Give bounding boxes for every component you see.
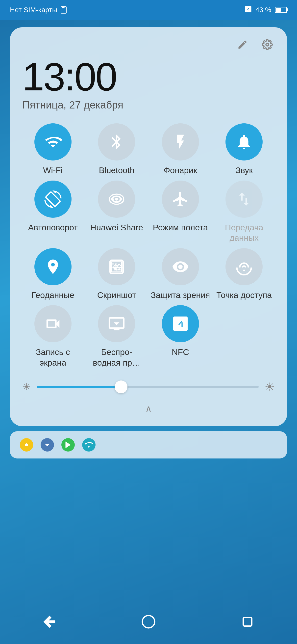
notif-icon-4 (82, 438, 95, 452)
home-button[interactable] (136, 612, 161, 632)
toggle-screenshot[interactable]: ✂ Скриншот (86, 248, 148, 300)
geodata-circle (34, 248, 71, 285)
toggle-screenrec[interactable]: Запись с экрана (22, 305, 84, 368)
hushare-label: Huawei Share (90, 222, 143, 233)
nfc-label (245, 6, 252, 14)
status-bar: Нет SIM-карты 43 % (0, 0, 297, 20)
bluetooth-label: Bluetooth (99, 165, 134, 176)
wifi-circle (34, 123, 71, 160)
status-right: 43 % (245, 6, 287, 14)
toggle-flashlight[interactable]: Фонарик (150, 123, 211, 176)
toggle-geodata[interactable]: Геоданные (22, 248, 84, 300)
svg-point-11 (142, 616, 155, 628)
wireless-icon (108, 315, 125, 332)
screenshot-circle: ✂ (98, 248, 135, 285)
nfc-status-icon (245, 6, 252, 13)
toggle-grid: Wi-Fi Bluetooth Фонарик (22, 123, 275, 368)
bottom-nav (0, 604, 297, 644)
nfc-label: NFC (172, 347, 189, 358)
recent-icon (240, 614, 255, 629)
notification-bar (10, 431, 287, 458)
battery-percent: 43 % (256, 6, 271, 14)
status-left: Нет SIM-карты (10, 6, 67, 14)
swipe-chevron: ∧ (145, 404, 152, 414)
date-display: Пятница, 27 декабря (22, 99, 275, 111)
datatransfer-circle (226, 180, 263, 218)
toggle-bluetooth[interactable]: Bluetooth (86, 123, 148, 176)
battery-icon (275, 7, 287, 13)
toggle-wifi[interactable]: Wi-Fi (22, 123, 84, 176)
eyeprotect-circle (162, 248, 199, 285)
wireless-circle (98, 305, 135, 342)
datatransfer-icon (235, 190, 253, 208)
screenrec-icon (44, 315, 62, 332)
wifi-icon (44, 133, 62, 150)
toggle-autorotate[interactable]: Автоповорот (22, 180, 84, 243)
sim-icon (60, 6, 67, 14)
datatransfer-label: Передача данных (214, 222, 275, 243)
sim-text: Нет SIM-карты (10, 6, 57, 14)
recent-button[interactable] (235, 612, 260, 632)
flashlight-label: Фонарик (164, 165, 197, 176)
notif-icon-2-svg (43, 440, 52, 449)
toggle-eyeprotect[interactable]: Защита зрения (150, 248, 211, 300)
hotspot-icon (235, 258, 253, 276)
notif-icon-1 (20, 438, 33, 452)
nfc-icon (172, 315, 189, 332)
hotspot-label: Точка доступа (216, 290, 272, 300)
home-icon (141, 614, 156, 629)
airplane-circle (162, 180, 199, 218)
screenshot-label: Скриншот (97, 290, 136, 300)
back-icon (42, 614, 57, 629)
wireless-label: Беспро- водная пр… (93, 347, 141, 368)
clock-display: 13:00 (22, 57, 275, 96)
toggle-hushare[interactable]: Huawei Share (86, 180, 148, 243)
edit-button[interactable] (235, 37, 250, 52)
brightness-track[interactable] (37, 386, 259, 388)
nfc-circle (162, 305, 199, 342)
back-button[interactable] (37, 612, 62, 632)
screenshot-icon: ✂ (108, 258, 125, 276)
geodata-icon (44, 258, 62, 276)
brightness-min-icon: ☀ (22, 382, 31, 392)
notif-icon-3-svg (64, 440, 72, 449)
hotspot-circle (226, 248, 263, 285)
brightness-max-icon: ☀ (265, 380, 275, 394)
screenrec-circle (34, 305, 71, 342)
svg-marker-10 (66, 442, 71, 448)
settings-button[interactable] (260, 37, 275, 52)
svg-rect-12 (243, 618, 252, 626)
toggle-nfc[interactable]: NFC (150, 305, 211, 368)
sound-circle (226, 123, 263, 160)
toggle-hotspot[interactable]: Точка доступа (214, 248, 275, 300)
brightness-fill (37, 386, 121, 388)
svg-point-2 (115, 198, 118, 201)
autorotate-icon (44, 190, 62, 208)
notif-icon-3 (61, 438, 75, 452)
autorotate-circle (34, 180, 71, 218)
toggle-datatransfer[interactable]: Передача данных (214, 180, 275, 243)
airplane-icon (172, 190, 189, 208)
swipe-handle[interactable]: ∧ (22, 404, 275, 414)
gear-icon (262, 39, 273, 50)
brightness-thumb[interactable] (115, 380, 127, 393)
toggle-airplane[interactable]: Режим полета (150, 180, 211, 243)
sound-icon (235, 133, 253, 150)
eyeprotect-icon (172, 258, 189, 276)
brightness-row: ☀ ☀ (22, 380, 275, 394)
airplane-label: Режим полета (153, 222, 208, 233)
svg-text:✂: ✂ (114, 263, 119, 269)
toggle-wireless[interactable]: Беспро- водная пр… (86, 305, 148, 368)
screenrec-label: Запись с экрана (22, 347, 84, 368)
flashlight-icon (172, 133, 189, 150)
geodata-label: Геоданные (31, 290, 74, 300)
bluetooth-icon (108, 133, 125, 150)
quick-panel: 13:00 Пятница, 27 декабря Wi-Fi Bluetoot… (10, 27, 287, 426)
svg-point-9 (25, 443, 28, 446)
svg-point-1 (266, 43, 269, 46)
edit-icon (237, 39, 248, 50)
autorotate-label: Автоповорот (28, 222, 78, 233)
sound-label: Звук (235, 165, 253, 176)
hushare-icon (108, 190, 125, 208)
toggle-sound[interactable]: Звук (214, 123, 275, 176)
